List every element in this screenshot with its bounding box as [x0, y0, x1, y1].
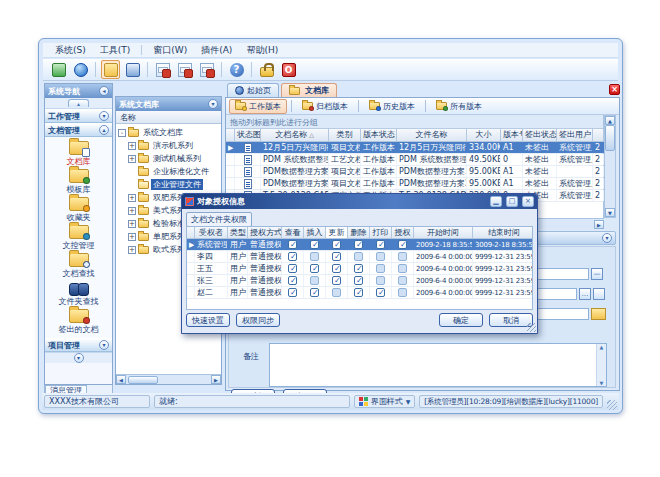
- menu-item-4[interactable]: 插件(A): [195, 43, 238, 58]
- checkbox-icon[interactable]: [354, 264, 363, 273]
- sidebar-item-文档查找[interactable]: 文档查找: [45, 252, 112, 280]
- detail-field-button-2-icon[interactable]: [593, 288, 605, 300]
- checkbox-icon[interactable]: [310, 276, 319, 285]
- exit-button[interactable]: O: [279, 60, 298, 79]
- table-row[interactable]: PDM数据整理方案.doc项目文档工作版本PDM数据整理方案.doc95.00K…: [226, 166, 603, 178]
- grid-column-签出状态[interactable]: 签出状态: [523, 129, 557, 142]
- tree-column-header[interactable]: 名称: [116, 111, 221, 124]
- permissions-column-删除[interactable]: 删除: [348, 227, 370, 239]
- permission-row[interactable]: 赵二用户普通授权2009-6-4 0:00:009999-12-31 23:59…: [187, 287, 532, 299]
- tree-toggle-icon[interactable]: +: [128, 142, 136, 150]
- detail-field-button-icon[interactable]: —: [591, 268, 603, 280]
- permissions-column-受权者[interactable]: 受权者: [195, 227, 228, 239]
- checkbox-icon[interactable]: [354, 288, 363, 297]
- tree-toggle-icon[interactable]: +: [128, 233, 136, 241]
- checkbox-icon[interactable]: [310, 240, 319, 249]
- menu-item-2[interactable]: 工具(T): [94, 43, 137, 58]
- tree-node-演示机系列[interactable]: +演示机系列: [118, 139, 221, 152]
- close-button-icon[interactable]: ×: [522, 196, 534, 207]
- checkbox-icon[interactable]: [332, 288, 341, 297]
- menu-item-3[interactable]: 窗口(W): [147, 43, 193, 58]
- mail-send-button[interactable]: [197, 60, 216, 79]
- grid-column-状态图[interactable]: 状态图: [235, 129, 261, 142]
- expand-icon[interactable]: ▾: [99, 340, 109, 350]
- sidebar-item-文件夹查找[interactable]: 文件夹查找: [45, 280, 112, 308]
- remark-scrollbar[interactable]: ▲▼: [596, 344, 606, 386]
- checkbox-icon[interactable]: [376, 276, 385, 285]
- remark-textarea[interactable]: ▲▼: [269, 343, 607, 387]
- sidebar-item-收藏夹[interactable]: 收藏夹: [45, 196, 112, 224]
- tree-toggle-icon[interactable]: +: [128, 246, 136, 254]
- tree-node-测试机械系列[interactable]: +测试机械系列: [118, 152, 221, 165]
- checkbox-icon[interactable]: [310, 264, 319, 273]
- checkbox-icon[interactable]: [398, 288, 407, 297]
- detail-collapse-icon[interactable]: ▾: [602, 233, 612, 243]
- checkbox-icon[interactable]: [398, 252, 407, 261]
- checkbox-icon[interactable]: [310, 288, 319, 297]
- permission-row[interactable]: 王五用户普通授权2009-6-4 0:00:009999-12-31 23:59…: [187, 263, 532, 275]
- sidebar-panel-文档管理[interactable]: 文档管理▴: [45, 123, 112, 137]
- menu-item-5[interactable]: 帮助(H): [240, 43, 284, 58]
- maximize-button-icon[interactable]: □: [506, 196, 518, 207]
- tab-起始页[interactable]: 起始页: [227, 83, 279, 97]
- tree-toggle-icon[interactable]: +: [128, 155, 136, 163]
- tree-toggle-icon[interactable]: -: [118, 129, 126, 137]
- dialog-titlebar[interactable]: 对象授权信息 ▁ □ ×: [182, 194, 537, 209]
- checkbox-icon[interactable]: [398, 276, 407, 285]
- tree-toggle-icon[interactable]: +: [128, 220, 136, 228]
- button-归档版本[interactable]: 归档版本: [296, 99, 354, 114]
- checkbox-icon[interactable]: [288, 252, 297, 261]
- tree-toggle-icon[interactable]: +: [128, 207, 136, 215]
- help-button[interactable]: ?: [227, 60, 246, 79]
- sidebar-collapse-icon[interactable]: ◂: [99, 86, 109, 96]
- checkbox-icon[interactable]: [398, 264, 407, 273]
- checkbox-icon[interactable]: [376, 288, 385, 297]
- ellipsis-button-icon[interactable]: …: [579, 288, 591, 300]
- sidebar-scroll-up-strip[interactable]: ▴: [45, 98, 112, 109]
- permissions-column-查看[interactable]: 查看: [282, 227, 304, 239]
- button-工作版本[interactable]: 工作版本: [229, 99, 287, 114]
- scroll-right-icon[interactable]: ▶: [594, 220, 604, 229]
- button-历史版本[interactable]: 历史版本: [363, 99, 421, 114]
- mail-new-button[interactable]: [153, 60, 172, 79]
- grid-column-版本号[interactable]: 版本号: [501, 129, 523, 142]
- checkbox-icon[interactable]: [354, 252, 363, 261]
- tree-toggle-icon[interactable]: +: [128, 194, 136, 202]
- sidebar-item-文控管理[interactable]: 文控管理: [45, 224, 112, 252]
- sidebar-item-签出的文档[interactable]: 签出的文档: [45, 308, 112, 336]
- ok-button[interactable]: 确定: [439, 313, 483, 327]
- tree-panel-menu-icon[interactable]: ▾: [208, 99, 218, 109]
- permission-row[interactable]: 张三用户普通授权2009-6-4 0:00:009999-12-31 23:59…: [187, 275, 532, 287]
- checkbox-icon[interactable]: [354, 276, 363, 285]
- globe-button[interactable]: [71, 60, 90, 79]
- checkbox-icon[interactable]: [398, 240, 407, 249]
- permission-sync-button[interactable]: 权限同步: [236, 313, 280, 327]
- connection-button[interactable]: [49, 60, 68, 79]
- grid-column-类别[interactable]: 类别: [329, 129, 361, 142]
- permission-row[interactable]: 李四用户普通授权2009-6-4 0:00:009999-12-31 23:59…: [187, 251, 532, 263]
- tree-horizontal-scrollbar[interactable]: ◀ ▶: [116, 374, 221, 384]
- checkbox-icon[interactable]: [332, 240, 341, 249]
- menu-item-1[interactable]: 系统(S): [49, 43, 92, 58]
- interface-style-picker[interactable]: 界面样式 ▼: [354, 395, 416, 408]
- permissions-column-类型[interactable]: 类型: [228, 227, 248, 239]
- lock-button[interactable]: [257, 60, 276, 79]
- close-view-button[interactable]: ×: [609, 84, 620, 95]
- grid-group-bar[interactable]: 拖动列标题到此进行分组: [226, 115, 603, 129]
- checkbox-icon[interactable]: [332, 252, 341, 261]
- permissions-column-授权[interactable]: 授权: [392, 227, 414, 239]
- dialog-resize-grip[interactable]: [527, 323, 536, 332]
- tree-node-系统文档库[interactable]: -系统文档库: [118, 126, 221, 139]
- sidebar-panel-工作管理[interactable]: 工作管理▾: [45, 109, 112, 123]
- checkbox-icon[interactable]: [354, 240, 363, 249]
- tree-node-企业标准化文件[interactable]: 企业标准化文件: [118, 165, 221, 178]
- checkbox-icon[interactable]: [376, 264, 385, 273]
- mail-open-button[interactable]: [175, 60, 194, 79]
- collapse-icon[interactable]: ▴: [99, 125, 109, 135]
- grid-column-版本状态[interactable]: 版本状态: [361, 129, 397, 142]
- checkbox-icon[interactable]: [376, 240, 385, 249]
- sidebar-item-文档库[interactable]: 文档库: [45, 140, 112, 168]
- permissions-column-打印[interactable]: 打印: [370, 227, 392, 239]
- table-row[interactable]: PDM 系统数据整理检...工艺文档工作版本PDM 系统数据整理...49.50…: [226, 154, 603, 166]
- grid-column-大小[interactable]: 大小: [467, 129, 501, 142]
